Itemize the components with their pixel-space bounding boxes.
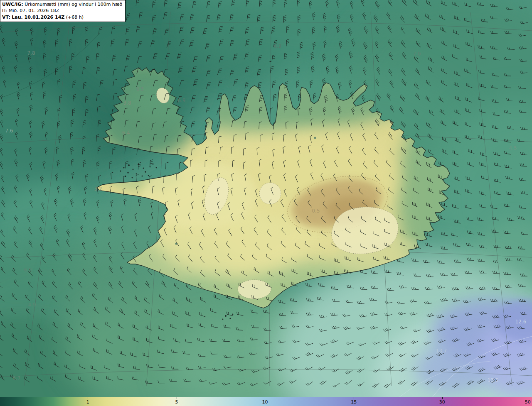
lake (314, 137, 316, 139)
product-title: Úrkomumætti (mm) og vindur i 100m hæð (25, 2, 122, 7)
valid-time-value: Lau. 10.01.2026 14Z (12, 15, 64, 20)
product-id: UWC/IG: (2, 2, 23, 7)
colorbar-tick-label: 5 (175, 399, 178, 404)
colorbar-tick-label: 50 (525, 399, 531, 404)
info-line-title: UWC/IG: Úrkomumætti (mm) og vindur i 100… (2, 1, 122, 7)
info-line-init: IT: Mið. 07. 01. 2026 18Z (2, 7, 122, 14)
weather-map-viewport: 7.86.97.06.53.86.97.66.44.53.20.56.04.91… (0, 0, 532, 406)
colorbar-tick-label: 10 (262, 399, 268, 404)
init-time-value: Mið. 07. 01. 2026 18Z (9, 8, 59, 13)
colorbar-tick-label: 30 (439, 399, 445, 404)
precipitation-colorbar: 1510153050 (0, 397, 532, 406)
init-time-label: IT: (2, 8, 7, 13)
valid-time-label: VT: (2, 15, 10, 20)
colorbar-tick-label: 15 (351, 399, 357, 404)
glacier-myrdalsjokull (238, 280, 271, 299)
map-canvas (0, 0, 532, 397)
info-line-valid: VT: Lau. 10.01.2026 14Z (+68 h) (2, 14, 122, 20)
colorbar-tick-label: 1 (86, 399, 89, 404)
lead-time: (+68 h) (66, 15, 84, 20)
map-info-box: UWC/IG: Úrkomumætti (mm) og vindur i 100… (0, 0, 126, 22)
glacier-hofsjokull (259, 183, 281, 204)
